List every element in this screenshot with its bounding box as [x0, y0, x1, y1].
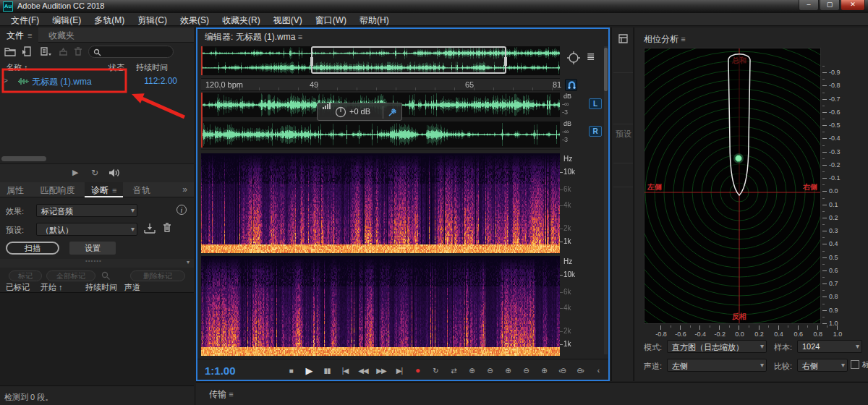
transport-record-button[interactable]: ● — [409, 364, 425, 377]
panel-menu-icon[interactable]: ≡ — [112, 186, 116, 195]
save-preset-icon[interactable] — [143, 223, 156, 234]
preview-speaker-button[interactable] — [109, 168, 122, 178]
info-icon[interactable]: i — [176, 205, 187, 215]
menu-item-8[interactable]: 帮助(H) — [353, 13, 396, 27]
section-divider[interactable]: •••••• ▾ — [0, 259, 194, 268]
import-file-icon[interactable] — [22, 46, 34, 56]
preset-select[interactable]: （默认）▾ — [36, 223, 137, 236]
menu-item-5[interactable]: 收藏夹(R) — [216, 13, 267, 27]
mode-select[interactable]: 直方图（日志缩放）▾ — [667, 340, 767, 353]
delete-markers-button[interactable]: 删除标记 — [130, 270, 185, 281]
channel-button-r[interactable]: R — [589, 126, 602, 137]
collapsed-panel-icon[interactable] — [618, 33, 629, 44]
menu-item-4[interactable]: 效果(S) — [174, 13, 216, 27]
menu-item-3[interactable]: 剪辑(C) — [131, 13, 174, 27]
time-display[interactable]: 1:1.00 — [205, 364, 236, 377]
menu-item-1[interactable]: 编辑(E) — [46, 13, 88, 27]
trash-icon[interactable] — [73, 46, 83, 56]
editor-list-menu-icon[interactable]: ≣ — [587, 51, 595, 62]
panel-menu-icon[interactable]: ≡ — [298, 33, 302, 41]
new-content-icon[interactable] — [40, 46, 53, 56]
channel-select[interactable]: 左侧▾ — [667, 359, 767, 372]
pin-hud-icon[interactable] — [388, 108, 397, 117]
collapse-chevron-icon[interactable]: ▾ — [187, 259, 190, 265]
transport-skip-selection-button[interactable]: ⇄ — [446, 364, 461, 377]
channel-button-l[interactable]: L — [589, 98, 602, 109]
tab-tracks[interactable]: 音轨 — [127, 182, 157, 197]
delete-preset-icon[interactable] — [162, 222, 172, 234]
volume-hud[interactable]: +0 dB — [317, 103, 402, 121]
transport-zoom-out-left-button[interactable]: ‹⊖ — [554, 364, 570, 377]
spectrogram-left-channel[interactable] — [201, 153, 560, 253]
transport-zoom-in-right-edge-button[interactable]: ⊖ — [518, 364, 534, 377]
transport-zoom-to-selection-button[interactable]: ⊕ — [536, 364, 552, 377]
expander-icon[interactable]: > — [4, 77, 8, 85]
transport-zoom-in-button[interactable]: ⊕ — [464, 364, 480, 377]
transport-fast-forward-button[interactable]: ▶▶ — [373, 364, 389, 377]
normalize-checkbox[interactable] — [851, 360, 859, 369]
tab-properties[interactable]: 属性 — [0, 182, 30, 197]
panel-menu-icon[interactable]: ≡ — [681, 35, 685, 43]
panel-menu-icon[interactable]: ≡ — [229, 390, 233, 398]
file-name[interactable]: 无标题 (1).wma — [32, 76, 92, 88]
transport-loop-playback-button[interactable]: ↻ — [427, 364, 443, 377]
collapsed-panel-label[interactable]: 预设 — [616, 129, 631, 140]
timeline-ruler[interactable]: 120.0 bpm 496581 — [201, 78, 560, 91]
tab-match-loudness[interactable]: 匹配响度 — [33, 182, 81, 197]
overview-strip[interactable] — [201, 46, 560, 75]
preview-loop-button[interactable]: ↻ — [91, 168, 98, 178]
horizontal-scrollbar[interactable] — [1, 156, 46, 161]
transport-skip-to-end-button[interactable]: ▶| — [391, 364, 407, 377]
pan-zoom-navigator-icon[interactable] — [566, 51, 581, 65]
transport-zoom-reset-button[interactable]: ‹ — [590, 364, 606, 377]
compare-select[interactable]: 右侧▾ — [797, 359, 848, 372]
maximize-button[interactable]: ▢ — [820, 0, 840, 11]
file-row[interactable]: > 无标题 (1).wma 112:2.00 — [0, 74, 194, 89]
transport-rewind-button[interactable]: ◀◀ — [355, 364, 371, 377]
editor-vertical-scrollbar[interactable] — [604, 46, 608, 354]
transport-zoom-out-button[interactable]: ⊖ — [482, 364, 498, 377]
transport-play-button[interactable]: ▶ — [301, 364, 317, 377]
markers-list[interactable] — [0, 292, 194, 385]
tab-files[interactable]: 文件≡ — [0, 27, 38, 43]
transport-zoom-out-right-button[interactable]: ⊖› — [572, 364, 588, 377]
mark-button[interactable]: 标记 — [9, 270, 42, 281]
selection-handle-right[interactable] — [504, 57, 507, 66]
markers-column-header[interactable]: 已标记 开始 ↑ 持续时间 声道 — [0, 282, 194, 292]
playhead[interactable] — [201, 93, 203, 148]
search-markers-icon[interactable] — [101, 271, 111, 281]
snap-magnet-button[interactable] — [565, 79, 577, 91]
file-search-input[interactable] — [105, 47, 170, 56]
panel-menu-icon[interactable]: ≡ — [27, 31, 32, 40]
file-search-box[interactable] — [88, 46, 174, 58]
close-button[interactable]: ✕ — [841, 0, 865, 11]
transport-pause-button[interactable]: ▮▮ — [319, 364, 335, 377]
menu-item-6[interactable]: 视图(V) — [267, 13, 309, 27]
minimize-button[interactable]: – — [799, 0, 819, 11]
tab-diagnostics[interactable]: 诊断≡ — [85, 182, 123, 197]
gain-knob-icon[interactable] — [335, 106, 346, 118]
open-file-icon[interactable] — [4, 46, 17, 56]
phase-display[interactable]: 总和左侧右侧反相 — [644, 48, 821, 324]
tab-favorites[interactable]: 收藏夹 — [42, 27, 81, 43]
menu-item-2[interactable]: 多轨(M) — [88, 13, 131, 27]
batch-process-icon[interactable] — [57, 46, 69, 56]
selection-handle-left[interactable] — [310, 57, 313, 66]
settings-button[interactable]: 设置 — [69, 242, 116, 255]
mark-all-button[interactable]: 全部标记 — [46, 270, 95, 281]
waveform-display[interactable]: +0 dB — [201, 93, 560, 148]
tab-overflow-icon[interactable]: » — [176, 182, 194, 197]
menu-item-7[interactable]: 窗口(W) — [309, 13, 353, 27]
samples-select[interactable]: 1024▾ — [797, 340, 862, 353]
scan-button[interactable]: 扫描 — [6, 242, 59, 255]
transport-skip-to-start-button[interactable]: |◀ — [337, 364, 353, 377]
effect-select[interactable]: 标记音频▾ — [36, 204, 137, 217]
overview-selection[interactable] — [311, 46, 506, 74]
files-column-header[interactable]: 名称 ↑ 状态 持续时间 — [0, 62, 194, 73]
preview-play-button[interactable]: ▶ — [72, 168, 78, 177]
playhead[interactable] — [201, 46, 203, 75]
transport-zoom-in-left-edge-button[interactable]: ⊕ — [500, 364, 516, 377]
transport-stop-button[interactable]: ■ — [283, 364, 299, 377]
pane-divider[interactable] — [201, 149, 560, 153]
spectrogram-right-channel[interactable] — [201, 256, 560, 356]
